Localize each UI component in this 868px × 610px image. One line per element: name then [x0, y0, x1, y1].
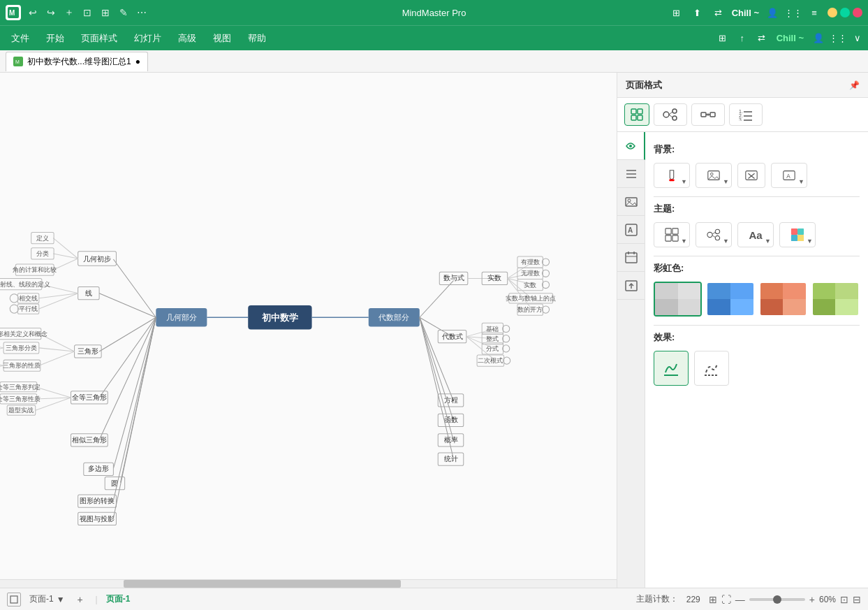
menu-advanced[interactable]: 高级	[170, 29, 205, 48]
page-label: 页面-1	[29, 593, 54, 605]
menu-help[interactable]: 帮助	[240, 29, 274, 48]
user-label[interactable]: Chill ~	[774, 31, 807, 45]
svg-text:概率: 概率	[444, 436, 458, 444]
menubar-right-tools: ⊞ ↑ ⇄ Chill ~ 👤 ⋮⋮ ∨	[715, 31, 865, 46]
panel-tabs: A	[617, 132, 645, 588]
document-tab[interactable]: M 初中数学代数...维导图汇总1 ●	[6, 52, 148, 71]
more-icon[interactable]: ≡	[807, 5, 822, 20]
canvas[interactable]: 初中数学 几何部分 代数部分 几何初步 定义	[0, 73, 617, 588]
theme-section-title: 主题:	[654, 203, 860, 215]
close-btn[interactable]: ✕	[853, 8, 862, 17]
panel-tab-image[interactable]	[617, 188, 645, 216]
svg-text:实数: 实数	[487, 274, 501, 282]
page-arrow-icon[interactable]: ▼	[57, 595, 65, 604]
user-name[interactable]: Chill ~	[732, 8, 759, 18]
zoom-plus-btn[interactable]: +	[809, 594, 815, 605]
avatar-icon[interactable]: 👤	[811, 31, 826, 46]
expand-btn[interactable]: ⛶	[721, 594, 731, 605]
effect-btn-1[interactable]	[654, 351, 689, 386]
collab-icon[interactable]: ⇄	[711, 5, 726, 20]
svg-text:统计: 统计	[444, 455, 458, 463]
divider-3	[654, 325, 860, 326]
send-icon[interactable]: ⬆	[690, 5, 705, 20]
upload-icon[interactable]: ↑	[735, 31, 750, 46]
tab-modified-dot: ●	[135, 57, 140, 66]
svg-text:题型实战: 题型实战	[8, 407, 34, 414]
maximize-btn[interactable]: □	[840, 8, 850, 17]
menu-view[interactable]: 视图	[205, 29, 240, 48]
fit-page-btn[interactable]: ⊞	[709, 594, 717, 605]
save-btn[interactable]: ＋	[61, 5, 77, 20]
rainbow-card-3[interactable]	[759, 282, 807, 317]
bg-remove-btn[interactable]	[737, 163, 765, 188]
fit-width-btn[interactable]: ⊡	[840, 594, 848, 605]
settings-icon[interactable]: ⋮⋮	[786, 5, 801, 20]
menu-page-style[interactable]: 页面样式	[73, 29, 126, 48]
share-icon[interactable]: ⊞	[669, 5, 684, 20]
grid2-icon[interactable]: ⋮⋮	[830, 31, 846, 46]
minimize-btn[interactable]: —	[827, 8, 837, 17]
menu-home[interactable]: 开始	[38, 29, 73, 48]
link-icon[interactable]: ⇄	[754, 31, 770, 46]
svg-text:整式: 整式	[486, 335, 499, 342]
chevron-down-icon[interactable]: ∨	[850, 31, 865, 46]
page-thumbnail-btn[interactable]	[7, 593, 21, 607]
svg-rect-158	[710, 112, 715, 117]
panel-style-btn[interactable]	[624, 103, 649, 126]
svg-rect-198	[791, 228, 797, 235]
rainbow-card-2[interactable]	[706, 282, 754, 317]
share2-icon[interactable]: ⊞	[715, 31, 730, 46]
theme-font-btn[interactable]: Aa ▼	[737, 222, 774, 247]
theme-color-btn[interactable]: ▼	[779, 222, 816, 247]
new-btn[interactable]: ⊡	[80, 5, 95, 20]
fill-color-btn[interactable]: ▼	[654, 163, 690, 188]
svg-line-155	[669, 112, 672, 115]
panel-layout-btn[interactable]	[654, 103, 687, 126]
zoom-minus-btn[interactable]: —	[735, 594, 745, 605]
fit-height-btn[interactable]: ⊟	[853, 594, 861, 605]
zoom-slider[interactable]	[749, 598, 805, 601]
effect-row	[654, 351, 860, 386]
h-scrollbar[interactable]	[0, 579, 617, 588]
rainbow-color-grid	[654, 282, 860, 317]
panel-body: A 背景:	[617, 132, 868, 588]
pin-icon[interactable]: 📌	[849, 80, 860, 90]
svg-text:实数与数轴上的点: 实数与数轴上的点	[506, 295, 556, 302]
panel-tab-text[interactable]: A	[617, 216, 645, 244]
panel-connect-btn[interactable]	[691, 103, 725, 126]
user-avatar-icon[interactable]: 👤	[765, 5, 780, 20]
h-scrollbar-thumb[interactable]	[124, 580, 401, 588]
rainbow-card-4[interactable]	[811, 282, 860, 317]
rainbow-card-1[interactable]	[654, 282, 702, 317]
panel-tab-list[interactable]	[617, 160, 645, 188]
panel-tab-upload[interactable]	[617, 272, 645, 300]
svg-rect-184	[746, 171, 757, 180]
effect-btn-2[interactable]	[694, 351, 729, 386]
theme-layout-btn[interactable]: ▼	[654, 222, 690, 247]
panel-tab-style[interactable]	[617, 132, 645, 160]
more-tb-btn[interactable]: ⋯	[134, 5, 149, 20]
undo-btn[interactable]: ↩	[25, 5, 41, 20]
panel-tab-calendar[interactable]	[617, 244, 645, 272]
add-page-btn[interactable]: +	[73, 593, 87, 607]
redo-btn[interactable]: ↪	[43, 5, 59, 20]
menu-slides[interactable]: 幻灯片	[126, 29, 170, 48]
print-btn[interactable]: ✎	[116, 5, 131, 20]
titlebar-right: ⊞ ⬆ ⇄ Chill ~ 👤 ⋮⋮ ≡ — □ ✕	[669, 5, 862, 20]
open-btn[interactable]: ⊞	[98, 5, 113, 20]
zoom-slider-thumb[interactable]	[773, 595, 781, 604]
theme-style-btn[interactable]: ▼	[696, 222, 732, 247]
bg-image-btn[interactable]: ▼	[696, 163, 732, 188]
svg-point-152	[663, 112, 669, 117]
svg-rect-150	[631, 115, 636, 120]
panel-numbering-btn[interactable]: 1.2.3.	[729, 103, 763, 126]
titlebar: M ↩ ↪ ＋ ⊡ ⊞ ✎ ⋯ MindMaster Pro ⊞ ⬆ ⇄ Chi…	[0, 0, 868, 25]
svg-text:角、射线、线段的定义: 角、射线、线段的定义	[0, 281, 50, 288]
svg-line-197	[712, 235, 715, 238]
menu-file[interactable]: 文件	[3, 29, 38, 48]
active-page-label[interactable]: 页面-1	[106, 593, 131, 605]
svg-rect-201	[797, 235, 804, 241]
panel-title: 页面格式	[626, 79, 662, 92]
svg-point-153	[672, 109, 677, 113]
bg-text-btn[interactable]: A ▼	[771, 163, 807, 188]
